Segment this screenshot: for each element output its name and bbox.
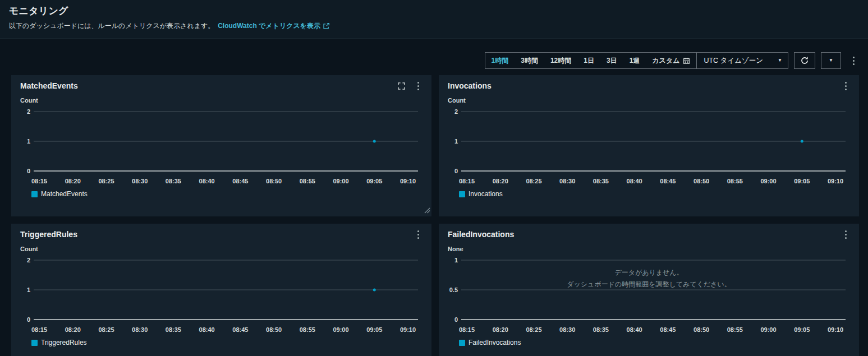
cloudwatch-metrics-link[interactable]: CloudWatch でメトリクスを表示 (218, 21, 330, 31)
range-button-1d[interactable]: 1日 (577, 53, 600, 68)
resize-handle[interactable] (424, 207, 430, 215)
panel-kebab-menu[interactable] (414, 81, 422, 90)
svg-text:09:10: 09:10 (400, 178, 416, 184)
svg-text:09:05: 09:05 (794, 326, 810, 333)
chart-area: 21008:1508:2008:2508:3008:3508:4008:4508… (20, 105, 422, 189)
calendar-icon (683, 57, 690, 64)
legend-swatch (459, 191, 465, 197)
refresh-icon (800, 56, 809, 65)
legend-item[interactable]: MatchedEvents (31, 190, 422, 198)
svg-text:09:00: 09:00 (760, 178, 776, 184)
chevron-down-icon: ▼ (778, 58, 782, 63)
svg-text:08:20: 08:20 (65, 178, 81, 184)
svg-text:08:40: 08:40 (199, 178, 215, 184)
y-axis-unit: Count (448, 97, 850, 104)
legend-item[interactable]: FailedInvocations (459, 339, 850, 346)
legend-item[interactable]: Invocations (459, 190, 850, 198)
svg-text:08:30: 08:30 (559, 178, 575, 184)
svg-text:08:45: 08:45 (660, 178, 676, 184)
panel-kebab-menu[interactable] (841, 230, 850, 239)
svg-text:08:25: 08:25 (98, 326, 114, 333)
svg-text:1: 1 (454, 257, 458, 263)
range-button-custom-label: カスタム (652, 56, 679, 66)
svg-text:09:10: 09:10 (400, 326, 416, 333)
svg-text:08:45: 08:45 (660, 326, 676, 333)
svg-text:08:40: 08:40 (627, 178, 642, 184)
legend-item[interactable]: TriggeredRules (31, 339, 422, 346)
page-title: モニタリング (9, 4, 859, 17)
dashboard-kebab-menu[interactable] (848, 52, 859, 69)
svg-text:08:35: 08:35 (166, 326, 181, 333)
svg-text:2: 2 (454, 108, 458, 115)
chart-title: TriggeredRules (20, 230, 77, 239)
svg-text:09:05: 09:05 (366, 326, 382, 333)
chart-panel-triggeredrules: TriggeredRules Count 21008:1508:2008:250… (11, 224, 431, 356)
legend-swatch (31, 191, 38, 197)
y-axis-unit: Count (20, 97, 422, 104)
svg-text:1: 1 (27, 286, 30, 293)
svg-text:1: 1 (27, 138, 30, 145)
y-axis-unit: None (448, 246, 850, 252)
chart-title: MatchedEvents (20, 81, 78, 90)
svg-text:08:30: 08:30 (132, 178, 148, 184)
svg-text:08:15: 08:15 (459, 178, 475, 184)
expand-icon[interactable] (397, 82, 406, 90)
svg-text:08:15: 08:15 (31, 178, 47, 184)
timezone-select[interactable]: UTC タイムゾーン ▼ (696, 53, 788, 68)
svg-text:1: 1 (454, 138, 458, 145)
svg-text:08:30: 08:30 (559, 326, 575, 333)
refresh-options-dropdown[interactable]: ▼ (821, 52, 841, 69)
svg-text:2: 2 (27, 108, 30, 115)
svg-text:0: 0 (27, 168, 30, 174)
svg-text:08:25: 08:25 (526, 326, 541, 333)
svg-text:09:00: 09:00 (760, 326, 776, 333)
svg-text:08:20: 08:20 (493, 326, 508, 333)
timezone-select-value: UTC タイムゾーン (704, 56, 763, 66)
svg-text:0: 0 (27, 316, 30, 323)
external-link-icon (323, 22, 330, 30)
legend-label: MatchedEvents (41, 190, 88, 198)
range-button-1h[interactable]: 1時間 (485, 53, 515, 68)
svg-text:08:55: 08:55 (300, 178, 315, 184)
range-button-12h[interactable]: 12時間 (544, 53, 577, 68)
svg-text:09:05: 09:05 (794, 178, 810, 184)
range-button-custom[interactable]: カスタム (646, 53, 696, 68)
svg-text:08:35: 08:35 (593, 326, 609, 333)
chart-title: Invocations (448, 81, 492, 90)
svg-text:08:55: 08:55 (727, 326, 743, 333)
page-subtitle: 以下のダッシュボードには、ルールのメトリクスが表示されます。 (9, 21, 214, 31)
chart-area: 21008:1508:2008:2508:3008:3508:4008:4508… (20, 253, 422, 337)
page-header: モニタリング 以下のダッシュボードには、ルールのメトリクスが表示されます。 Cl… (0, 0, 868, 39)
svg-text:08:15: 08:15 (459, 326, 475, 333)
chart-panel-invocations: Invocations Count 21008:1508:2008:2508:3… (439, 75, 859, 216)
svg-text:09:00: 09:00 (333, 178, 348, 184)
svg-text:08:20: 08:20 (65, 326, 81, 333)
svg-text:08:30: 08:30 (132, 326, 148, 333)
range-button-1w[interactable]: 1週 (623, 53, 646, 68)
svg-text:08:15: 08:15 (31, 326, 47, 333)
range-button-3h[interactable]: 3時間 (515, 53, 544, 68)
panel-kebab-menu[interactable] (414, 230, 422, 239)
time-range-group: 1時間 3時間 12時間 1日 3日 1週 カスタム UTC タイムゾーン ▼ (485, 52, 788, 69)
svg-text:08:55: 08:55 (727, 178, 743, 184)
svg-text:08:45: 08:45 (232, 326, 248, 333)
charts-grid: MatchedEvents Count 21008:1508:2008:2508… (11, 75, 859, 356)
svg-text:08:35: 08:35 (593, 178, 609, 184)
refresh-button[interactable] (794, 52, 815, 69)
svg-text:08:40: 08:40 (627, 326, 642, 333)
svg-text:08:55: 08:55 (300, 326, 315, 333)
legend-label: FailedInvocations (469, 339, 521, 346)
svg-text:09:05: 09:05 (366, 178, 382, 184)
chevron-down-icon: ▼ (829, 58, 833, 63)
dashboard-toolbar: 1時間 3時間 12時間 1日 3日 1週 カスタム UTC タイムゾーン ▼ … (0, 52, 859, 69)
svg-text:08:25: 08:25 (98, 178, 114, 184)
svg-text:2: 2 (27, 257, 30, 263)
chart-panel-matchedevents: MatchedEvents Count 21008:1508:2008:2508… (11, 75, 431, 216)
range-button-3d[interactable]: 3日 (600, 53, 623, 68)
legend-label: Invocations (469, 190, 503, 198)
svg-text:0: 0 (454, 316, 458, 323)
svg-text:09:10: 09:10 (828, 326, 843, 333)
svg-text:09:10: 09:10 (828, 178, 843, 184)
svg-text:08:50: 08:50 (694, 178, 709, 184)
panel-kebab-menu[interactable] (841, 81, 850, 90)
